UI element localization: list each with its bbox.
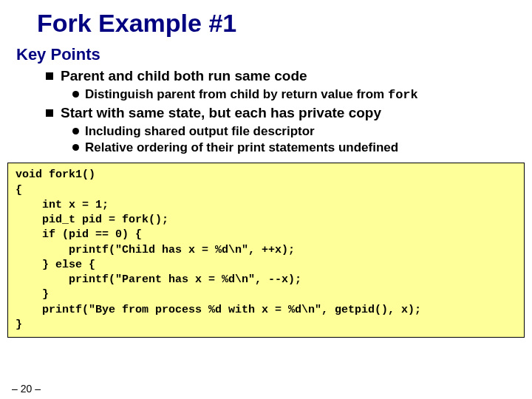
bullet-2-text: Start with same state, but each has priv… (61, 104, 381, 122)
key-points-heading: Key Points (16, 45, 516, 64)
bullet-1-sub-1-pre: Distinguish parent from child by return … (85, 87, 388, 101)
round-bullet-icon (72, 91, 79, 98)
square-bullet-icon (46, 109, 53, 117)
round-bullet-icon (72, 144, 79, 151)
bullet-1-sub-1-text: Distinguish parent from child by return … (85, 86, 418, 103)
bullet-1: Parent and child both run same code (46, 67, 516, 85)
bullet-1-sub-1-code: fork (388, 88, 418, 102)
slide-title: Fork Example #1 (37, 9, 516, 38)
bullet-1-text: Parent and child both run same code (61, 67, 307, 85)
bullet-2: Start with same state, but each has priv… (46, 104, 516, 122)
round-bullet-icon (72, 128, 79, 134)
bullet-2-sub-2-text: Relative ordering of their print stateme… (85, 140, 398, 155)
bullet-1-sub-1: Distinguish parent from child by return … (72, 86, 516, 103)
square-bullet-icon (46, 72, 53, 80)
code-block: void fork1() { int x = 1; pid_t pid = fo… (7, 163, 525, 338)
page-number: – 20 – (12, 383, 41, 395)
bullet-2-sub-1-text: Including shared output file descriptor (85, 123, 315, 139)
bullet-2-sub-2: Relative ordering of their print stateme… (72, 140, 516, 155)
bullet-2-sub-1: Including shared output file descriptor (72, 123, 516, 139)
